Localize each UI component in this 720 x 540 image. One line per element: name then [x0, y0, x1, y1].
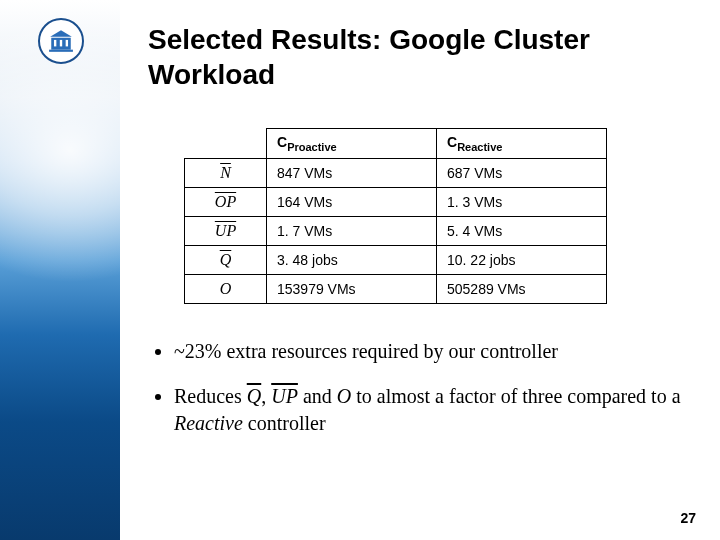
table-row: O 153979 VMs 505289 VMs	[185, 274, 607, 303]
bullet-item: ~23% extra resources required by our con…	[174, 338, 698, 365]
row-label-up: UP	[185, 216, 267, 245]
bullet-text: and	[298, 385, 337, 407]
bullet-text: ~23% extra resources required by our con…	[174, 340, 558, 362]
slide: Selected Results: Google Cluster Workloa…	[0, 0, 720, 540]
content-area: Selected Results: Google Cluster Workloa…	[148, 22, 698, 455]
header-reactive: CReactive	[437, 129, 607, 159]
bullet-text: to almost a factor of three compared to …	[351, 385, 680, 407]
slide-title: Selected Results: Google Cluster Workloa…	[148, 22, 698, 92]
reactive-word: Reactive	[174, 412, 243, 434]
row-label-n: N	[185, 158, 267, 187]
cell: 687 VMs	[437, 158, 607, 187]
bullet-item: Reduces Q, UP and O to almost a factor o…	[174, 383, 698, 437]
cell: 5. 4 VMs	[437, 216, 607, 245]
svg-marker-2	[50, 30, 72, 37]
cell: 153979 VMs	[267, 274, 437, 303]
svg-rect-1	[49, 50, 73, 52]
svg-rect-5	[66, 40, 68, 46]
math-o: O	[337, 385, 351, 407]
cell: 3. 48 jobs	[267, 245, 437, 274]
table-row: Q 3. 48 jobs 10. 22 jobs	[185, 245, 607, 274]
side-decorative-band	[0, 0, 120, 540]
cell: 505289 VMs	[437, 274, 607, 303]
cell: 1. 3 VMs	[437, 187, 607, 216]
table-header-row: CProactive CReactive	[185, 129, 607, 159]
table-row: OP 164 VMs 1. 3 VMs	[185, 187, 607, 216]
table-row: N 847 VMs 687 VMs	[185, 158, 607, 187]
header-proactive: CProactive	[267, 129, 437, 159]
bullet-text: Reduces	[174, 385, 247, 407]
university-logo	[38, 18, 84, 64]
results-table: CProactive CReactive N 847 VMs 687 VMs O…	[184, 128, 607, 304]
svg-rect-4	[60, 40, 62, 46]
math-q: Q	[247, 385, 261, 407]
bullet-list: ~23% extra resources required by our con…	[148, 338, 698, 437]
table-row: UP 1. 7 VMs 5. 4 VMs	[185, 216, 607, 245]
bullet-text: controller	[243, 412, 326, 434]
cell: 847 VMs	[267, 158, 437, 187]
cell: 1. 7 VMs	[267, 216, 437, 245]
row-label-o: O	[185, 274, 267, 303]
header-blank	[185, 129, 267, 159]
cell: 10. 22 jobs	[437, 245, 607, 274]
building-icon	[48, 28, 74, 54]
cell: 164 VMs	[267, 187, 437, 216]
bullet-text: ,	[261, 385, 271, 407]
row-label-q: Q	[185, 245, 267, 274]
math-up: UP	[271, 385, 298, 407]
svg-rect-3	[54, 40, 56, 46]
row-label-op: OP	[185, 187, 267, 216]
page-number: 27	[680, 510, 696, 526]
